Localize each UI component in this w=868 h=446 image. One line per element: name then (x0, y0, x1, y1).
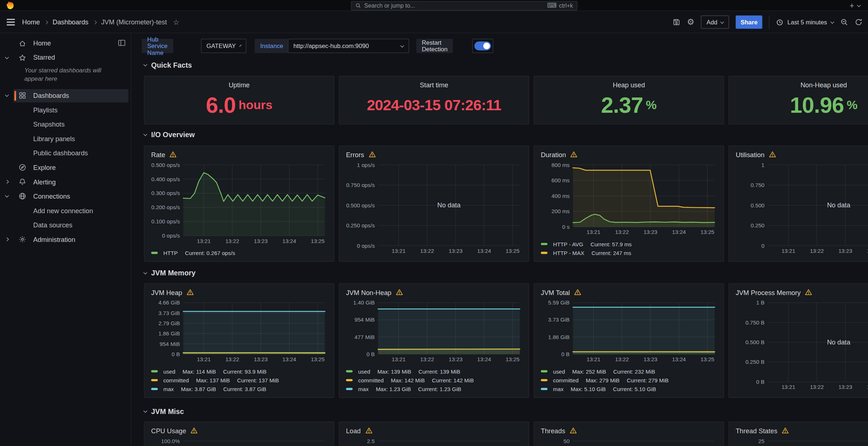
stat-value-area: 2.37% (539, 91, 719, 119)
no-data-label: No data (827, 201, 851, 209)
section-header-jvm-memory[interactable]: JVM Memory (144, 269, 195, 277)
grafana-logo-icon[interactable] (5, 1, 14, 10)
dashboard-settings-gear-icon[interactable]: ⚙ (687, 17, 694, 27)
restart-detection-toggle[interactable] (472, 39, 493, 53)
svg-text:0 B: 0 B (366, 351, 375, 357)
panel-header-jvm-heap[interactable]: JVM Heap (149, 287, 329, 298)
legend-swatch (541, 252, 547, 254)
svg-text:0.250 B: 0.250 B (745, 359, 764, 365)
sidebar-item-home: Home (0, 36, 131, 50)
panel-header-cpu-usage[interactable]: CPU Usage (149, 426, 329, 437)
panel-title: Load (346, 427, 361, 435)
panel-header-jvm-non-heap[interactable]: JVM Non-Heap (344, 287, 524, 298)
panel-header-rate[interactable]: Rate (149, 150, 329, 160)
sidebar-item-link-home[interactable]: Home (13, 36, 128, 50)
legend-row: committedMax: 279 MiBCurrent: 279 MiB (541, 376, 719, 385)
panel-header-errors[interactable]: Errors (344, 150, 524, 160)
panel-header-non-heap-used[interactable]: Non-Heap used (733, 80, 868, 91)
panel-header-threads[interactable]: Threads (539, 426, 719, 437)
panel-header-start-time[interactable]: Start time (344, 80, 524, 91)
sidebar-item-link-dashboards[interactable]: Dashboards (13, 89, 128, 103)
section-header-io-overview[interactable]: I/O Overview (144, 131, 195, 139)
svg-text:13:21: 13:21 (587, 229, 601, 235)
legend-series-label[interactable]: used (553, 368, 565, 374)
svg-text:0.100 ops/s: 0.100 ops/s (151, 218, 180, 224)
warning-icon (805, 289, 812, 296)
svg-text:13:22: 13:22 (810, 384, 824, 390)
time-range-picker[interactable]: Last 5 minutes (776, 19, 834, 26)
sidebar-item-link-connections[interactable]: Connections (13, 190, 128, 203)
clock-icon (776, 19, 784, 26)
panel-header-jvm-total[interactable]: JVM Total (539, 287, 719, 298)
legend-series-label[interactable]: committed (358, 377, 384, 383)
share-button[interactable]: Share (736, 16, 762, 29)
legend-row: maxMax: 5.10 GiBCurrent: 5.10 GiB (541, 385, 719, 393)
chart-legend: usedMax: 114 MiBCurrent: 93.9 MiBcommitt… (151, 367, 329, 393)
section-header-jvm-misc[interactable]: JVM Misc (144, 407, 184, 415)
legend-series-label[interactable]: HTTP - AVG (553, 241, 583, 247)
sidebar-item-link-starred[interactable]: Starred (13, 51, 128, 64)
legend-series-label[interactable]: used (358, 368, 370, 374)
legend-swatch (541, 388, 547, 390)
favorite-star-icon[interactable]: ☆ (173, 18, 179, 26)
chevron-down-icon[interactable] (0, 51, 13, 64)
panel-header-duration[interactable]: Duration (539, 150, 719, 160)
zoom-out-time-icon[interactable] (840, 18, 848, 26)
chevron-right-icon[interactable] (0, 175, 13, 189)
star-icon (17, 53, 28, 62)
sidebar-item-link-library-panels[interactable]: Library panels (13, 132, 128, 146)
sidebar-item-link-explore[interactable]: Explore (13, 161, 128, 174)
sidebar-item-link-add-new-connection[interactable]: Add new connection (13, 204, 128, 218)
sidebar-item-link-administration[interactable]: Administration (13, 233, 128, 246)
legend-series-label[interactable]: HTTP (163, 250, 178, 256)
breadcrumb-dashboards[interactable]: Dashboards (53, 18, 88, 26)
svg-text:2.5: 2.5 (367, 438, 375, 444)
panel-rate: Rate0.500 ops/s0.400 ops/s0.300 ops/s0.2… (144, 146, 334, 262)
svg-text:13:21: 13:21 (197, 238, 211, 244)
sidebar-item-link-data-sources[interactable]: Data sources (13, 218, 128, 232)
dashboard-header-bar: Home Dashboards JVM (Micrometer)-test ☆ … (0, 11, 868, 33)
section-collapse-icon (143, 271, 147, 275)
menu-toggle-icon[interactable] (7, 19, 15, 25)
add-panel-button[interactable]: Add (701, 16, 729, 29)
chevron-down-icon[interactable] (857, 3, 861, 7)
service-name-label: Hub Service Name (142, 39, 173, 53)
warning-icon (570, 151, 578, 159)
panel-header-thread-states[interactable]: Thread States (733, 426, 868, 437)
legend-series-label[interactable]: committed (163, 377, 189, 383)
chevron-down-icon[interactable] (0, 89, 13, 103)
legend-swatch (346, 370, 353, 373)
legend-series-label[interactable]: used (163, 368, 175, 374)
sidebar-item-link-alerting[interactable]: Alerting (13, 175, 128, 189)
chevron-right-icon[interactable] (0, 233, 13, 246)
svg-text:13:24: 13:24 (282, 356, 297, 362)
save-dashboard-icon[interactable] (673, 18, 680, 26)
sidebar-item-link-playlists[interactable]: Playlists (13, 103, 128, 117)
section-header-quick-facts[interactable]: Quick Facts (144, 61, 192, 69)
chevron-down-icon[interactable] (0, 190, 13, 203)
sidebar-item-link-snapshots[interactable]: Snapshots (13, 118, 128, 131)
panel-header-heap-used[interactable]: Heap used (539, 80, 719, 91)
dock-sidebar-icon[interactable] (118, 39, 126, 48)
panel-header-load[interactable]: Load (344, 426, 524, 437)
legend-series-label[interactable]: max (358, 386, 369, 392)
instance-select[interactable]: http://appsec-hub.com:9090 (288, 39, 409, 53)
sidebar-item-link-public-dashboards[interactable]: Public dashboards (13, 147, 128, 160)
panel-header-uptime[interactable]: Uptime (149, 80, 329, 91)
legend-series-label[interactable]: max (163, 386, 174, 392)
service-name-select[interactable]: GATEWAY (201, 39, 246, 53)
panel-header-utilisation[interactable]: Utilisation (733, 150, 868, 160)
legend-swatch (151, 252, 158, 254)
refresh-icon[interactable] (855, 18, 863, 26)
chart-legend: usedMax: 139 MiBCurrent: 139 MiBcommitte… (346, 367, 524, 393)
search-input[interactable]: Search or jump to... ⌨ ctrl+k (351, 1, 577, 10)
legend-series-label[interactable]: committed (553, 377, 579, 383)
breadcrumb-home[interactable]: Home (22, 18, 40, 26)
legend-series-label[interactable]: max (553, 386, 564, 392)
legend-stat: Current: 142 MiB (432, 377, 474, 383)
panel-header-jvm-process-memory[interactable]: JVM Process Memory (733, 287, 868, 298)
new-plus-button[interactable]: + (850, 2, 854, 9)
legend-series-label[interactable]: HTTP - MAX (553, 250, 584, 256)
keyboard-icon: ⌨ (547, 2, 556, 9)
stat-value: 2024-03-15 07:26:11 (367, 97, 501, 112)
